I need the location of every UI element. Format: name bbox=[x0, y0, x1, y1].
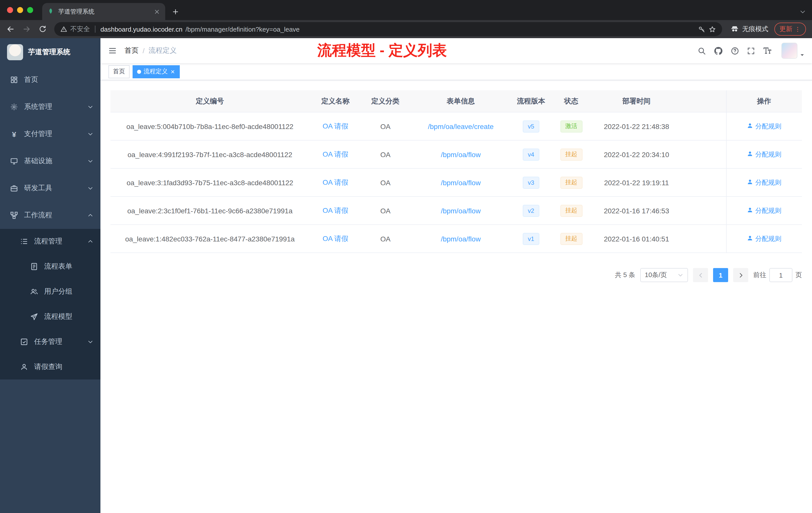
sidebar-item-devtools[interactable]: 研发工具 bbox=[0, 175, 100, 202]
table-row: oa_leave:1:482ec033-762a-11ec-8477-a2380… bbox=[111, 225, 802, 253]
search-icon[interactable] bbox=[697, 47, 706, 55]
definition-name-link[interactable]: OA 请假 bbox=[323, 178, 348, 187]
column-header: 定义编号 bbox=[111, 97, 309, 105]
sidebar-item-process-model[interactable]: 流程模型 bbox=[0, 304, 100, 329]
bookmark-star-icon[interactable] bbox=[708, 25, 716, 33]
window-zoom-button[interactable] bbox=[27, 7, 33, 13]
form-url-link[interactable]: /bpm/oa/flow bbox=[441, 150, 481, 158]
next-page-button[interactable] bbox=[733, 268, 748, 282]
url-path: /bpm/manager/definition?key=oa_leave bbox=[185, 25, 300, 33]
sidebar-item-user-group[interactable]: 用户分组 bbox=[0, 279, 100, 304]
form-url-link[interactable]: /bpm/oa/flow bbox=[441, 207, 481, 215]
definition-name-link[interactable]: OA 请假 bbox=[323, 234, 348, 243]
sidebar-item-process-form[interactable]: 流程表单 bbox=[0, 254, 100, 279]
chevron-down-icon bbox=[87, 104, 93, 110]
monitor-icon bbox=[10, 157, 18, 165]
form-url-link[interactable]: /bpm/oa/leave/create bbox=[428, 122, 494, 130]
chrome-update-button[interactable]: 更新 bbox=[774, 23, 806, 36]
assign-rule-link[interactable]: 分配规则 bbox=[747, 234, 781, 243]
fullscreen-icon[interactable] bbox=[747, 47, 755, 55]
task-check-icon bbox=[20, 338, 28, 346]
version-tag: v4 bbox=[523, 148, 539, 160]
chevron-down-icon bbox=[87, 339, 93, 345]
user-menu[interactable] bbox=[781, 43, 805, 59]
chevron-down-icon bbox=[87, 158, 93, 164]
users-icon bbox=[30, 288, 38, 296]
prev-page-button[interactable] bbox=[693, 268, 708, 282]
address-bar[interactable]: 不安全 dashboard.yudao.iocoder.cn /bpm/mana… bbox=[54, 22, 722, 36]
content: 定义编号 定义名称 定义分类 表单信息 流程版本 状态 部署时间 操作 oa_l… bbox=[100, 80, 812, 513]
version-tag: v5 bbox=[523, 120, 539, 132]
definition-id-cell: oa_leave:2:3c1f0ef1-76b1-11ec-9c66-a2380… bbox=[111, 207, 309, 215]
not-secure-warning-icon bbox=[60, 26, 67, 33]
caret-down-icon bbox=[800, 52, 805, 59]
chevron-down-icon bbox=[677, 272, 684, 278]
new-tab-button[interactable] bbox=[168, 4, 182, 19]
app: 芋道管理系统 首页 系统管理 ¥ 支付管理 bbox=[0, 38, 812, 513]
definition-name-link[interactable]: OA 请假 bbox=[323, 206, 348, 215]
goto-label: 前往 bbox=[753, 271, 766, 280]
overflow-menu-icon[interactable] bbox=[794, 26, 801, 32]
status-tag: 激活 bbox=[560, 120, 582, 132]
sidebar-item-payment[interactable]: ¥ 支付管理 bbox=[0, 120, 100, 148]
active-tag-dot bbox=[137, 69, 141, 73]
sidebar-item-leave-query[interactable]: 请假查询 bbox=[0, 354, 100, 380]
breadcrumb-home[interactable]: 首页 bbox=[124, 46, 139, 55]
deploy-time-cell: 2022-01-22 20:34:10 bbox=[592, 150, 680, 158]
form-url-link[interactable]: /bpm/oa/flow bbox=[441, 178, 481, 186]
form-url-link[interactable]: /bpm/oa/flow bbox=[441, 235, 481, 243]
password-key-icon[interactable] bbox=[698, 25, 705, 33]
person-icon bbox=[747, 235, 753, 243]
sidebar-item-system[interactable]: 系统管理 bbox=[0, 93, 100, 120]
person-icon bbox=[747, 207, 753, 215]
definition-name-link[interactable]: OA 请假 bbox=[323, 150, 348, 159]
hamburger-icon[interactable] bbox=[100, 38, 124, 63]
deploy-time-cell: 2022-01-16 17:46:53 bbox=[592, 207, 680, 215]
back-button[interactable] bbox=[3, 22, 18, 37]
github-icon[interactable] bbox=[714, 46, 723, 56]
browser-toolbar: 不安全 dashboard.yudao.iocoder.cn /bpm/mana… bbox=[0, 20, 812, 38]
sidebar-item-process-management[interactable]: 流程管理 bbox=[0, 229, 100, 254]
page-size-select[interactable]: 10条/页 bbox=[640, 268, 688, 282]
category-cell: OA bbox=[361, 150, 409, 158]
sidebar-item-home[interactable]: 首页 bbox=[0, 66, 100, 93]
assign-rule-link[interactable]: 分配规则 bbox=[747, 122, 781, 131]
incognito-spy-icon bbox=[730, 25, 739, 34]
tag-home[interactable]: 首页 bbox=[109, 65, 129, 78]
browser-tab[interactable]: 芋道管理系统 bbox=[42, 3, 165, 20]
update-label: 更新 bbox=[779, 25, 792, 34]
tab-search-chevron-icon[interactable] bbox=[800, 8, 806, 15]
sidebar-logo[interactable]: 芋道管理系统 bbox=[0, 38, 100, 66]
window-close-button[interactable] bbox=[7, 7, 13, 13]
definition-id-cell: oa_leave:5:004b710b-7b8a-11ec-8ef0-acde4… bbox=[111, 122, 309, 130]
category-cell: OA bbox=[361, 122, 409, 130]
logo-title: 芋道管理系统 bbox=[28, 48, 70, 57]
table-row: oa_leave:3:1fad3d93-7b75-11ec-a3c8-acde4… bbox=[111, 169, 802, 197]
sidebar-item-workflow[interactable]: 工作流程 bbox=[0, 202, 100, 229]
person-icon bbox=[747, 150, 753, 158]
font-size-icon[interactable] bbox=[763, 46, 772, 55]
tag-close-icon[interactable] bbox=[170, 69, 175, 74]
forward-button[interactable] bbox=[19, 22, 34, 37]
column-header: 表单信息 bbox=[409, 97, 512, 105]
assign-rule-link[interactable]: 分配规则 bbox=[747, 178, 781, 187]
assign-rule-link[interactable]: 分配规则 bbox=[747, 206, 781, 215]
definition-id-cell: oa_leave:4:991f2193-7b7f-11ec-a3c8-acde4… bbox=[111, 150, 309, 158]
help-question-icon[interactable] bbox=[731, 47, 739, 55]
person-icon bbox=[747, 178, 753, 186]
window-minimize-button[interactable] bbox=[17, 7, 23, 13]
definition-name-link[interactable]: OA 请假 bbox=[323, 122, 348, 131]
favicon-icon bbox=[47, 7, 54, 16]
tag-process-definition[interactable]: 流程定义 bbox=[133, 65, 180, 78]
assign-rule-link[interactable]: 分配规则 bbox=[747, 150, 781, 159]
sidebar-item-task-management[interactable]: 任务管理 bbox=[0, 329, 100, 354]
sidebar: 芋道管理系统 首页 系统管理 ¥ 支付管理 bbox=[0, 38, 100, 513]
tab-close-icon[interactable] bbox=[154, 8, 160, 15]
sidebar-item-infrastructure[interactable]: 基础设施 bbox=[0, 148, 100, 175]
breadcrumb: 首页 / 流程定义 bbox=[124, 46, 177, 55]
reload-button[interactable] bbox=[35, 22, 50, 37]
goto-page-input[interactable] bbox=[769, 268, 792, 282]
paper-plane-icon bbox=[30, 313, 38, 321]
status-tag: 挂起 bbox=[560, 205, 582, 217]
page-number-button[interactable]: 1 bbox=[713, 268, 728, 282]
